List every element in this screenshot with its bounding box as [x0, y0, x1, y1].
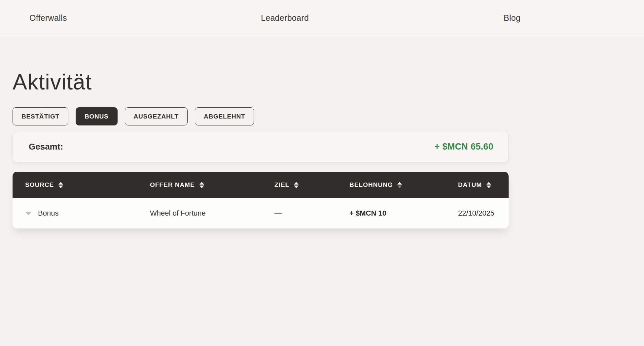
top-nav: Offerwalls Leaderboard Blog — [0, 0, 644, 36]
nav-item-label: Offerwalls — [29, 13, 67, 23]
source-value: Bonus — [38, 209, 58, 218]
sort-icon[interactable] — [397, 182, 402, 188]
column-label: SOURCE — [25, 181, 54, 189]
filter-bonus-button[interactable]: BONUS — [76, 107, 118, 125]
sort-icon[interactable] — [294, 182, 299, 188]
column-header-belohnung[interactable]: BELOHNUNG — [349, 181, 458, 189]
column-header-ziel[interactable]: ZIEL — [274, 181, 349, 189]
column-label: BELOHNUNG — [349, 181, 393, 189]
cell-offer-name: Wheel of Fortune — [150, 209, 274, 218]
total-label: Gesamt: — [29, 142, 63, 152]
cell-ziel: — — [274, 209, 349, 218]
page-title: Aktivität — [13, 71, 521, 93]
sort-icon[interactable] — [199, 182, 204, 188]
expand-chevron-icon[interactable] — [25, 212, 32, 215]
total-summary-box: Gesamt: + $MCN 65.60 — [13, 131, 509, 162]
sort-icon[interactable] — [58, 182, 63, 188]
column-header-datum[interactable]: DATUM — [458, 181, 509, 189]
sort-icon[interactable] — [486, 182, 491, 188]
activity-filters: BESTÄTIGT BONUS AUSGEZAHLT ABGELEHNT — [13, 107, 521, 125]
table-header-row: SOURCE OFFER NAME ZIEL BELOHNUNG DATUM — [13, 172, 509, 198]
nav-item-blog[interactable]: Blog — [504, 0, 520, 36]
column-header-source[interactable]: SOURCE — [25, 181, 150, 189]
activity-table: SOURCE OFFER NAME ZIEL BELOHNUNG DATUM — [13, 172, 509, 228]
filter-bestaetigt-button[interactable]: BESTÄTIGT — [13, 107, 68, 125]
total-amount: + $MCN 65.60 — [435, 142, 493, 152]
main-content: Aktivität BESTÄTIGT BONUS AUSGEZAHLT ABG… — [0, 36, 521, 228]
filter-abgelehnt-button[interactable]: ABGELEHNT — [195, 107, 254, 125]
table-row[interactable]: Bonus Wheel of Fortune — + $MCN 10 22/10… — [13, 198, 509, 228]
column-header-offer-name[interactable]: OFFER NAME — [150, 181, 274, 189]
cell-source: Bonus — [25, 209, 150, 218]
nav-item-label: Blog — [504, 13, 520, 23]
cell-belohnung: + $MCN 10 — [349, 209, 458, 218]
nav-item-label: Leaderboard — [261, 13, 309, 23]
column-label: ZIEL — [274, 181, 289, 189]
filter-ausgezahlt-button[interactable]: AUSGEZAHLT — [125, 107, 188, 125]
nav-item-leaderboard[interactable]: Leaderboard — [261, 0, 309, 36]
column-label: OFFER NAME — [150, 181, 195, 189]
column-label: DATUM — [458, 181, 482, 189]
nav-item-offerwalls[interactable]: Offerwalls — [29, 0, 67, 36]
cell-datum: 22/10/2025 — [458, 209, 509, 218]
